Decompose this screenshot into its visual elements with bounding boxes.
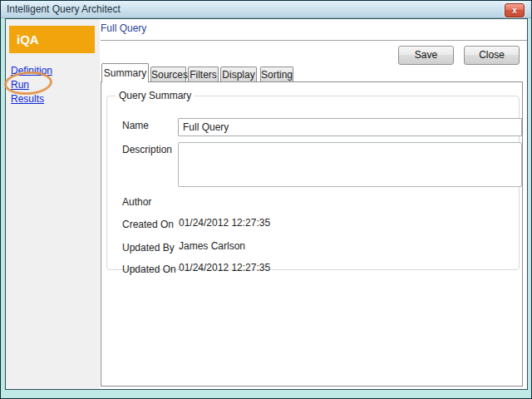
close-button[interactable]: Close <box>464 46 520 65</box>
updated-on-label: Updated On <box>122 264 176 275</box>
sidebar-link-results[interactable]: Results <box>11 93 44 105</box>
created-on-value: 01/24/2012 12:27:35 <box>179 217 270 229</box>
created-on-label: Created On <box>122 219 174 230</box>
tab-filters[interactable]: Filters <box>188 66 219 82</box>
sidebar: iQA Definition Run Results <box>6 19 100 389</box>
updated-by-label: Updated By <box>122 242 175 254</box>
tab-summary[interactable]: Summary <box>101 63 149 82</box>
tab-sorting[interactable]: Sorting <box>260 66 293 82</box>
window-close-button[interactable]: x <box>505 3 525 17</box>
tab-sources[interactable]: Sources <box>150 66 186 82</box>
summary-tab-panel: Query Summary Name Description Author Cr… <box>101 81 523 387</box>
updated-on-value: 01/24/2012 12:27:35 <box>179 262 270 273</box>
name-input[interactable] <box>178 118 522 136</box>
page-title: Full Query <box>101 22 146 34</box>
window-body: iQA Definition Run Results Full Query Sa… <box>5 18 528 390</box>
app-window: Intelligent Query Architect x iQA Defini… <box>0 0 532 399</box>
description-label: Description <box>122 144 172 155</box>
sidebar-link-run[interactable]: Run <box>11 79 29 91</box>
save-button[interactable]: Save <box>398 46 454 65</box>
groupbox-title: Query Summary <box>116 90 195 101</box>
close-icon: x <box>512 6 517 15</box>
query-summary-groupbox: Query Summary Name Description Author Cr… <box>106 96 520 270</box>
author-label: Author <box>122 196 151 208</box>
description-input[interactable] <box>178 142 522 187</box>
name-label: Name <box>122 120 149 131</box>
window-title: Intelligent Query Architect <box>7 3 121 15</box>
tab-display[interactable]: Display <box>220 66 257 82</box>
updated-by-value: James Carlson <box>179 240 245 252</box>
iqa-logo: iQA <box>9 26 95 53</box>
title-bar[interactable]: Intelligent Query Architect x <box>1 1 531 18</box>
header-divider <box>101 40 527 41</box>
sidebar-link-definition[interactable]: Definition <box>11 65 52 76</box>
